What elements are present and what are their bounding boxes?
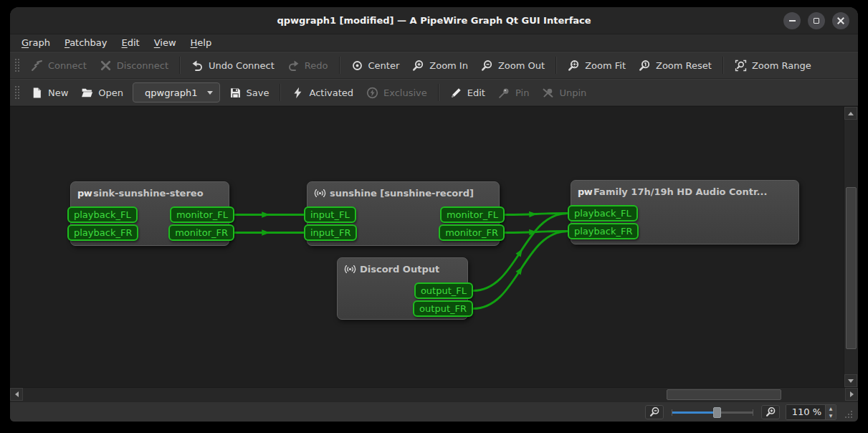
window-controls: [783, 12, 849, 29]
zoom-reset-button[interactable]: Zoom Reset: [632, 55, 718, 75]
resize-grip[interactable]: [844, 409, 854, 419]
node-title: Discord Output: [360, 264, 439, 275]
activated-button[interactable]: Activated: [285, 82, 360, 103]
close-icon: [837, 17, 844, 24]
zoom-out-button[interactable]: Zoom Out: [474, 55, 551, 75]
zoom-reset-icon: [639, 60, 651, 72]
graph-node-sunshine[interactable]: sunshine [sunshine-record]input_FLinput_…: [307, 181, 500, 246]
port-output_FR[interactable]: output_FR: [413, 300, 473, 317]
status-zoom-in-button[interactable]: [761, 405, 780, 419]
arrow-right-icon: [850, 391, 854, 397]
zoom-percent-spinbox[interactable]: 110 % ▲ ▼: [786, 404, 836, 420]
toolbar-drag-handle[interactable]: [14, 85, 20, 100]
chevron-down-icon: [207, 91, 213, 95]
scroll-down-button[interactable]: [844, 374, 857, 387]
graph-node-discord[interactable]: Discord Outputoutput_FLoutput_FR: [337, 257, 468, 320]
graph-node-family[interactable]: pwFamily 17h/19h HD Audio Contr...playba…: [571, 180, 799, 244]
horizontal-scrollbar[interactable]: [10, 387, 858, 401]
scroll-up-button[interactable]: [844, 107, 857, 120]
port-playback_FR[interactable]: playback_FR: [67, 224, 138, 241]
unpin-button[interactable]: Unpin: [535, 82, 593, 103]
menu-graph[interactable]: Graph: [14, 36, 57, 49]
toolbar-button-label: Zoom Range: [752, 60, 811, 71]
toolbar-button-label: Pin: [515, 87, 529, 98]
graph-canvas[interactable]: pwsink-sunshine-stereoplayback_FLplaybac…: [10, 107, 844, 387]
patchbay-profile-combobox[interactable]: qpwgraph1: [133, 82, 219, 103]
graph-node-sink[interactable]: pwsink-sunshine-stereoplayback_FLplaybac…: [70, 181, 229, 246]
zoom-in-icon: [766, 406, 776, 417]
zoom-range-button[interactable]: Zoom Range: [728, 55, 818, 75]
app-window: qpwgraph1 [modified] — A PipeWire Graph …: [10, 7, 858, 422]
zoom-out-icon: [481, 60, 493, 72]
zoom-slider-handle[interactable]: [713, 407, 721, 418]
menu-help[interactable]: Help: [183, 36, 219, 49]
redo-button[interactable]: Redo: [281, 55, 335, 75]
maximize-button[interactable]: [808, 12, 825, 29]
toolbar-button-label: Center: [368, 60, 400, 71]
toolbar-button-label: Unpin: [559, 87, 586, 98]
title-bar[interactable]: qpwgraph1 [modified] — A PipeWire Graph …: [10, 7, 858, 34]
port-monitor_FL[interactable]: monitor_FL: [170, 206, 234, 223]
spin-up-button[interactable]: ▲: [826, 405, 836, 412]
port-monitor_FR[interactable]: monitor_FR: [439, 224, 505, 241]
connect-button[interactable]: Connect: [24, 55, 93, 75]
minimize-icon: [789, 20, 796, 22]
exclusive-button[interactable]: Exclusive: [360, 82, 434, 103]
node-title: sunshine [sunshine-record]: [330, 188, 474, 199]
center-button[interactable]: Center: [345, 55, 406, 75]
maximize-icon: [814, 18, 819, 24]
port-input_FR[interactable]: input_FR: [304, 224, 357, 241]
activated-bolt-icon: [292, 87, 304, 99]
menu-edit[interactable]: Edit: [115, 36, 147, 49]
scroll-right-button[interactable]: [845, 388, 858, 401]
node-header[interactable]: pwFamily 17h/19h HD Audio Contr...: [571, 181, 798, 201]
disconnect-button[interactable]: Disconnect: [93, 55, 175, 75]
toolbar-separator: [438, 84, 439, 101]
disconnect-icon: [100, 60, 112, 72]
port-playback_FR[interactable]: playback_FR: [568, 223, 639, 239]
new-button[interactable]: New: [24, 82, 75, 103]
zoom-slider[interactable]: [669, 406, 755, 418]
exclusive-bolt-icon: [366, 87, 378, 99]
vertical-scroll-thumb[interactable]: [846, 187, 857, 349]
save-button[interactable]: Save: [223, 82, 276, 103]
spin-down-button[interactable]: ▼: [826, 412, 836, 419]
port-playback_FL[interactable]: playback_FL: [568, 205, 638, 222]
status-bar: 110 % ▲ ▼: [10, 401, 858, 422]
vertical-scrollbar[interactable]: [844, 107, 858, 387]
horizontal-scroll-thumb[interactable]: [667, 389, 781, 400]
node-header[interactable]: pwsink-sunshine-stereo: [71, 182, 229, 203]
port-playback_FL[interactable]: playback_FL: [67, 206, 138, 223]
stream-icon: [314, 187, 326, 199]
arrow-up-icon: [848, 112, 854, 115]
port-monitor_FR[interactable]: monitor_FR: [168, 224, 234, 241]
menu-patchbay[interactable]: Patchbay: [57, 36, 115, 49]
close-button[interactable]: [832, 12, 849, 29]
zoom-in-button[interactable]: Zoom In: [406, 55, 474, 75]
menu-view[interactable]: View: [147, 36, 183, 49]
stream-icon: [344, 263, 356, 275]
open-folder-icon: [81, 87, 93, 99]
save-icon: [229, 87, 242, 99]
open-button[interactable]: Open: [75, 82, 130, 103]
new-file-icon: [31, 87, 43, 99]
edit-button[interactable]: Edit: [444, 82, 492, 103]
port-monitor_FL[interactable]: monitor_FL: [440, 206, 505, 223]
pin-button[interactable]: Pin: [492, 82, 535, 103]
scroll-left-button[interactable]: [10, 388, 23, 401]
redo-icon: [287, 60, 300, 72]
port-output_FL[interactable]: output_FL: [414, 282, 473, 299]
toolbar-drag-handle[interactable]: [14, 57, 20, 73]
zoom-fit-button[interactable]: Zoom Fit: [561, 55, 632, 75]
center-icon: [351, 60, 363, 72]
minimize-button[interactable]: [783, 12, 801, 29]
pin-icon: [498, 87, 510, 99]
zoom-percent-value[interactable]: 110 %: [786, 405, 825, 419]
menu-bar: GraphPatchbayEditViewHelp: [10, 34, 858, 52]
node-header[interactable]: sunshine [sunshine-record]: [307, 182, 499, 203]
node-header[interactable]: Discord Output: [338, 258, 467, 279]
undo-connect-button[interactable]: Undo Connect: [185, 55, 281, 75]
status-zoom-out-button[interactable]: [645, 405, 664, 419]
window-title: qpwgraph1 [modified] — A PipeWire Graph …: [277, 15, 591, 26]
port-input_FL[interactable]: input_FL: [304, 206, 356, 223]
